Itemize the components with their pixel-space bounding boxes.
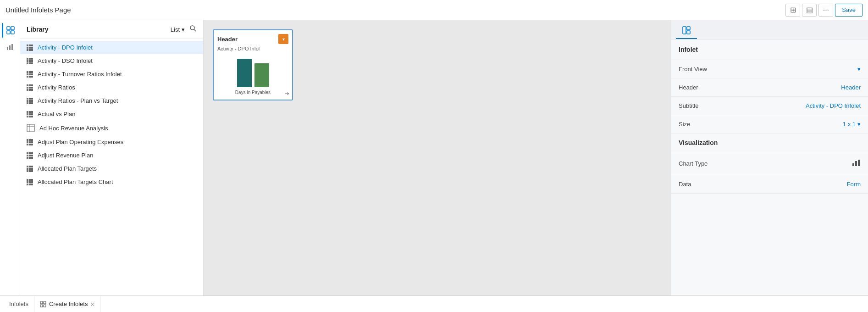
sidebar-item-label: Activity Ratios [38, 84, 75, 91]
panel-row-chart-type: Chart Type [671, 152, 868, 175]
svg-rect-17 [858, 160, 860, 166]
panel-row-front-view: Front View ▾ [671, 60, 868, 78]
sidebar-list: Activity - DPO Infolet Activity - DSO In… [20, 39, 203, 295]
bar-1 [237, 59, 252, 87]
table-icon [27, 124, 35, 132]
sidebar-item-label: Adjust Revenue Plan [38, 152, 93, 159]
sidebar-item-ad-hoc-revenue[interactable]: Ad Hoc Revenue Analysis [20, 121, 203, 135]
tab-layout[interactable] [676, 22, 697, 39]
size-value: 1 x 1 [843, 121, 856, 128]
list-dropdown-button[interactable]: List ▾ [171, 26, 185, 33]
subtitle-value[interactable]: Activity - DPO Infolet [806, 102, 861, 109]
grid-icon [27, 179, 33, 185]
save-button[interactable]: Save [835, 4, 862, 17]
panel-row-header: Header Header [671, 78, 868, 97]
sidebar-item-actual-vs-plan[interactable]: Actual vs Plan [20, 107, 203, 121]
create-infolets-icon [40, 301, 46, 307]
close-tab-button[interactable]: × [90, 301, 94, 308]
infolet-subtitle: Activity - DPO Infol [217, 46, 288, 51]
add-icon: ⊞ [790, 6, 796, 14]
chart-label: Days in Payables [217, 90, 288, 95]
sidebar-item-label: Activity Ratios - Plan vs Target [38, 97, 118, 104]
bottom-tabs: Infolets Create Infolets × [0, 295, 868, 312]
sidebar-item-label: Allocated Plan Targets [38, 165, 97, 172]
svg-rect-5 [9, 45, 11, 50]
canvas-area[interactable]: Header ▾ Activity - DPO Infol Days in Pa… [204, 20, 671, 295]
svg-line-8 [194, 29, 196, 31]
tab-infolets[interactable]: Infolets [4, 296, 34, 312]
sidebar-item-label: Activity - DSO Infolet [38, 57, 93, 64]
nav-chart-icon[interactable] [2, 39, 18, 54]
svg-rect-18 [40, 301, 43, 304]
subtitle-label: Subtitle [679, 102, 698, 109]
more-icon: ··· [823, 6, 829, 14]
header-label: Header [679, 84, 698, 91]
card-dropdown-button[interactable]: ▾ [278, 34, 288, 44]
visualization-header: Visualization [671, 134, 868, 152]
sidebar-item-adjust-plan-opex[interactable]: Adjust Plan Operating Expenses [20, 135, 203, 149]
sidebar-item-label: Adjust Plan Operating Expenses [38, 139, 123, 145]
svg-rect-0 [7, 27, 10, 30]
grid-icon [27, 98, 33, 104]
add-button[interactable]: ⊞ [785, 4, 800, 17]
sidebar-item-label: Activity - DPO Infolet [38, 44, 93, 51]
front-view-chevron-icon: ▾ [857, 66, 861, 72]
svg-rect-1 [11, 27, 14, 30]
tab-create-label: Create Infolets [49, 301, 88, 307]
visualization-title: Visualization [679, 139, 718, 146]
bar-chart-icon[interactable] [851, 158, 861, 169]
front-view-dropdown[interactable]: ▾ [857, 66, 861, 72]
svg-rect-14 [687, 31, 690, 34]
data-value[interactable]: Form [847, 181, 861, 188]
sidebar-item-activity-ratios-plan[interactable]: Activity Ratios - Plan vs Target [20, 94, 203, 107]
svg-rect-2 [7, 31, 10, 34]
svg-rect-21 [44, 305, 46, 307]
sidebar-title: Library [27, 26, 48, 33]
grid-icon [27, 58, 33, 64]
grid-icon [27, 45, 33, 51]
infolet-card[interactable]: Header ▾ Activity - DPO Infol Days in Pa… [213, 29, 293, 100]
svg-rect-15 [852, 163, 854, 166]
svg-rect-12 [683, 27, 686, 34]
svg-rect-16 [855, 161, 857, 166]
chevron-down-icon: ▾ [182, 26, 185, 33]
grid-icon [27, 152, 33, 159]
chart-type-label: Chart Type [679, 160, 708, 167]
dropdown-arrow-icon: ▾ [282, 37, 285, 42]
nav-grid-icon[interactable] [2, 23, 18, 38]
sidebar-item-activity-turnover[interactable]: Activity - Turnover Ratios Infolet [20, 67, 203, 81]
card-arrow-button[interactable]: ➜ [285, 90, 289, 97]
panel-row-size: Size 1 x 1 ▾ [671, 115, 868, 134]
svg-rect-6 [11, 44, 13, 50]
tab-infolets-label: Infolets [9, 301, 28, 307]
grid-icon [27, 166, 33, 172]
grid-icon [27, 84, 33, 91]
list-label: List [171, 26, 180, 33]
sidebar-item-adjust-revenue-plan[interactable]: Adjust Revenue Plan [20, 149, 203, 162]
sidebar-item-activity-dpo[interactable]: Activity - DPO Infolet [20, 41, 203, 54]
sidebar-item-label: Activity - Turnover Ratios Infolet [38, 71, 122, 78]
panel-content: Infolet Front View ▾ Header Header Subti… [671, 39, 868, 295]
grid-icon [27, 111, 33, 117]
panel-toggle-button[interactable]: ▤ [802, 4, 817, 17]
sidebar-item-label: Ad Hoc Revenue Analysis [39, 125, 108, 132]
svg-rect-13 [687, 27, 690, 30]
header-value[interactable]: Header [841, 84, 861, 91]
svg-rect-20 [40, 305, 43, 307]
size-dropdown[interactable]: 1 x 1 ▾ [843, 121, 861, 128]
sidebar-item-activity-ratios[interactable]: Activity Ratios [20, 81, 203, 94]
search-button[interactable] [189, 25, 197, 34]
tab-create-infolets[interactable]: Create Infolets × [34, 296, 100, 312]
sidebar-item-allocated-plan-targets[interactable]: Allocated Plan Targets [20, 162, 203, 175]
main-area: Library List ▾ Activity - DPO Info [0, 20, 868, 295]
sidebar-item-allocated-plan-chart[interactable]: Allocated Plan Targets Chart [20, 175, 203, 189]
sidebar-item-activity-dso[interactable]: Activity - DSO Infolet [20, 54, 203, 67]
infolet-card-title: Header [217, 36, 238, 43]
grid-icon [27, 139, 33, 145]
panel-row-data: Data Form [671, 175, 868, 194]
svg-rect-19 [44, 301, 46, 304]
more-button[interactable]: ··· [818, 4, 833, 17]
bar-2 [254, 63, 269, 87]
svg-rect-4 [7, 47, 8, 50]
nav-icons [0, 20, 20, 295]
